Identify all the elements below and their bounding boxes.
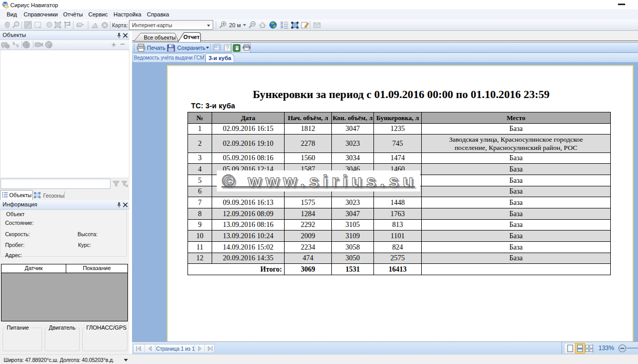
- svg-text:?: ?: [226, 45, 229, 51]
